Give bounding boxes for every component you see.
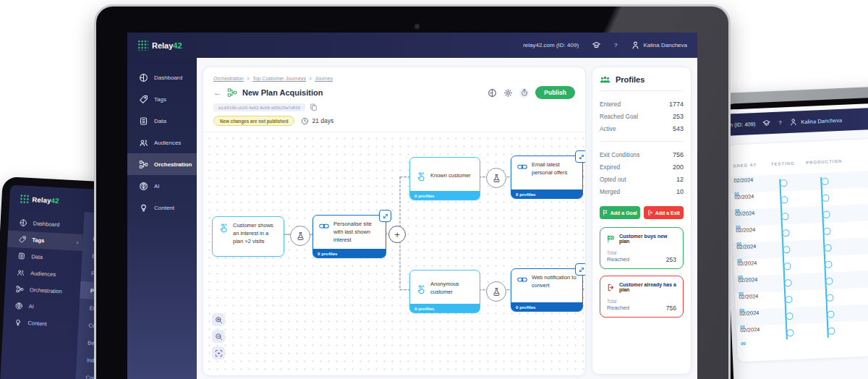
testing-dot[interactable] [781,213,788,220]
sidebar-item-audiences[interactable]: Audiences [127,132,197,153]
testing-dot[interactable] [780,196,788,203]
experiment-flask-icon[interactable] [486,281,506,302]
node-trigger-plan-interest[interactable]: Customer shows an interest in a plan >2 … [212,216,284,257]
testing-dot[interactable] [786,312,793,319]
report-icon[interactable] [488,88,497,98]
profiles-icon [600,75,610,84]
node-action-web-notification[interactable]: Web notification to convert 0 profiles [511,268,583,312]
journey-icon [227,88,237,98]
testing-dot[interactable] [780,179,787,187]
production-dot[interactable] [822,210,830,218]
breadcrumb-top-customer-journeys[interactable]: Top Customer Journeys [252,76,306,81]
profiles-count-bar: 0 profiles [511,190,582,198]
production-dot[interactable] [821,177,828,184]
breadcrumb-journey[interactable]: Journey [315,76,333,81]
data-icon [17,252,26,260]
copy-icon[interactable] [310,103,318,111]
sidebar-item-ai[interactable]: AI [127,175,197,197]
relay42-dot-mark-icon [20,194,30,204]
stage: Relay42 Dashboard Tags › Data [0,0,868,379]
exit-icon [607,284,615,291]
help-icon[interactable]: ? [778,119,782,126]
testing-dot[interactable] [785,295,792,302]
fit-to-screen-button[interactable] [212,346,225,359]
academy-icon[interactable] [762,119,772,128]
exit-icon [647,210,653,216]
experiment-flask-icon[interactable] [290,226,310,246]
divider [600,141,684,142]
expand-icon[interactable] [379,210,391,222]
content-icon [139,203,148,213]
dashboard-icon [139,73,148,82]
gear-icon[interactable] [503,88,513,98]
help-icon[interactable]: ? [614,42,617,48]
sidebar-item-data[interactable]: Data [127,110,197,132]
add-goal-button[interactable]: Add a Goal [600,206,640,219]
production-dot[interactable] [824,244,831,251]
breadcrumb: Orchestration > Top Customer Journeys > … [203,67,585,81]
user-menu[interactable]: Kalina Dancheva [631,41,687,50]
tap-icon [416,284,426,294]
divider [600,90,684,91]
stat-exit-conditions: Exit Conditions756 [600,148,684,161]
flag-icon [603,210,608,216]
exit-card[interactable]: Customer already has a plan Total Reache… [600,276,684,318]
goal-card[interactable]: Customer buys new plan Total Reached253 [600,227,684,269]
journey-duration: 21 days [312,117,333,124]
breadcrumb-separator: > [309,76,312,81]
publish-button[interactable]: Publish [535,86,575,99]
right-tablet-topbar: n (ID: 409) ? Kalina Dancheva [722,106,868,136]
node-action-personalise-site[interactable]: Personalise site with last shown interes… [312,215,386,258]
stat-reached-goal: Reached Goal253 [600,110,684,122]
testing-dot[interactable] [782,229,789,237]
profiles-title: Profiles [616,75,644,84]
production-dot[interactable] [823,227,830,234]
column-published-at: SHED AT [729,162,765,168]
sidebar-item-content[interactable]: Content [127,197,197,218]
testing-dot[interactable] [783,263,791,270]
node-action-email-offers[interactable]: Email latest personal offers 0 profiles [511,156,583,199]
user-menu[interactable]: Kalina Dancheva [788,116,842,127]
timer-icon[interactable] [519,88,529,98]
journey-canvas[interactable]: Customer shows an interest in a plan >2 … [203,132,585,375]
production-dot[interactable] [825,277,833,284]
production-dot[interactable] [822,194,829,201]
left-tablet-sidebar: Dashboard Tags › Data Audiences Or [3,214,84,334]
expand-icon[interactable] [575,150,586,163]
audiences-icon [139,138,148,148]
tag-icon [139,95,148,104]
academy-icon[interactable] [592,41,601,50]
node-trigger-anonymous-customer[interactable]: Anonymous customer 0 profiles [409,270,480,313]
account-label: n (ID: 409) [730,120,756,128]
experiment-flask-icon[interactable] [486,168,506,188]
sidebar-item-dashboard[interactable]: Dashboard [127,67,197,88]
breadcrumb-separator: > [247,76,250,81]
production-dot[interactable] [826,294,833,301]
add-exit-button[interactable]: Add a Exit [644,206,684,219]
link-icon [319,221,329,231]
stat-merged: Merged10 [600,185,684,197]
user-icon [631,41,640,50]
production-dot[interactable] [827,327,835,334]
sidebar-item-tags[interactable]: Tags [127,88,197,110]
production-dot[interactable] [827,310,834,318]
zoom-out-button[interactable] [212,330,225,343]
sidebar-item-content[interactable]: Content [3,313,79,333]
account-label[interactable]: relay42.com (ID: 409) [523,42,579,48]
expand-icon[interactable] [575,263,586,276]
content-icon [14,318,22,327]
breadcrumb-orchestration[interactable]: Orchestration [213,76,244,81]
testing-dot[interactable] [783,246,790,253]
node-trigger-known-customer[interactable]: Known customer 0 profiles [409,157,480,200]
production-dot[interactable] [825,260,832,268]
testing-dot[interactable] [786,328,793,336]
stat-opted-out: Opted out12 [600,173,684,185]
zoom-in-button[interactable] [212,313,225,326]
back-arrow-icon[interactable]: ← [213,88,222,97]
sidebar-item-orchestration[interactable]: Orchestration [127,153,197,175]
testing-dot[interactable] [784,278,791,286]
app-topbar: Relay42 relay42.com (ID: 409) ? Kalina D… [127,33,697,58]
add-step-button[interactable]: + [388,226,406,243]
orchestration-icon [16,285,25,294]
table-row[interactable]: 02/202400 [736,319,868,343]
